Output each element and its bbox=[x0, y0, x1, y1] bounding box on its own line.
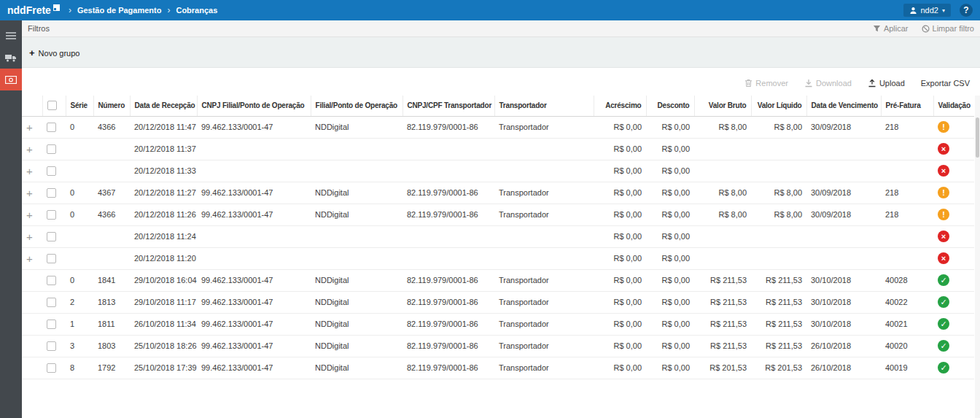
cell-recepcao: 20/12/2018 11:24 bbox=[130, 225, 197, 247]
column-header-desconto[interactable]: Desconto bbox=[646, 96, 694, 116]
cell-serie: 8 bbox=[66, 357, 93, 379]
column-label: Valor Bruto bbox=[709, 101, 747, 109]
row-checkbox[interactable] bbox=[47, 298, 56, 307]
funnel-icon bbox=[873, 25, 881, 33]
breadcrumb-item-cobrancas[interactable]: Cobranças bbox=[176, 6, 217, 15]
column-header-transportador[interactable]: Transportador bbox=[494, 96, 594, 116]
column-header-numero[interactable]: Número bbox=[93, 96, 130, 116]
vertical-scrollbar[interactable] bbox=[975, 96, 980, 418]
row-checkbox[interactable] bbox=[47, 341, 56, 351]
user-menu[interactable]: ndd2 ▾ bbox=[903, 4, 952, 17]
cell-cnpj_transp bbox=[402, 160, 494, 182]
truck-icon bbox=[5, 53, 17, 63]
cell-recepcao: 26/10/2018 11:34 bbox=[130, 313, 197, 335]
table-row[interactable]: 8179225/10/2018 17:3999.462.133/0001-47N… bbox=[22, 357, 974, 379]
cell-filial bbox=[311, 160, 402, 182]
column-header-liquido[interactable]: Valor Líquido bbox=[751, 96, 806, 116]
row-checkbox[interactable] bbox=[47, 188, 56, 198]
column-header-check[interactable] bbox=[42, 96, 66, 116]
expand-row-button[interactable]: + bbox=[26, 165, 33, 177]
sidebar-item-pagamento[interactable] bbox=[0, 69, 22, 90]
table-row[interactable]: +0436620/12/2018 11:2699.462.133/0001-47… bbox=[22, 204, 974, 225]
cell-expand: + bbox=[22, 204, 42, 225]
app-logo[interactable]: nddFrete bbox=[7, 4, 60, 16]
cell-cnpj_filial: 99.462.133/0001-47 bbox=[197, 116, 311, 138]
cell-acrescimo: R$ 0,00 bbox=[594, 160, 646, 182]
column-header-vencimento[interactable]: Data de Vencimento bbox=[806, 96, 881, 116]
expand-row-button[interactable]: + bbox=[26, 209, 33, 221]
table-row[interactable]: +20/12/2018 11:20R$ 0,00R$ 0,00× bbox=[22, 247, 974, 269]
cell-cnpj_filial: 99.462.133/0001-47 bbox=[197, 357, 311, 379]
sidebar-menu-button[interactable] bbox=[0, 25, 22, 47]
cell-validacao: ✓ bbox=[933, 269, 974, 291]
row-checkbox[interactable] bbox=[47, 166, 56, 176]
row-checkbox[interactable] bbox=[47, 144, 56, 154]
column-header-cnpj_transp[interactable]: CNPJ/CPF Transportador bbox=[402, 96, 494, 116]
table-row[interactable]: +0436620/12/2018 11:4799.462.133/0001-47… bbox=[22, 116, 974, 138]
column-header-recepcao[interactable]: Data de Recepção↓ bbox=[130, 96, 197, 116]
column-header-validacao[interactable]: Validação bbox=[933, 96, 974, 116]
upload-button[interactable]: Upload bbox=[868, 79, 905, 88]
table-row[interactable]: 0184129/10/2018 16:0499.462.133/0001-47N… bbox=[22, 269, 974, 291]
cell-check bbox=[42, 313, 66, 335]
column-header-prefatura[interactable]: Pré-Fatura bbox=[881, 96, 933, 116]
apply-filter-button[interactable]: Aplicar bbox=[873, 24, 909, 33]
cell-check bbox=[42, 116, 66, 138]
table-row[interactable]: +20/12/2018 11:33R$ 0,00R$ 0,00× bbox=[22, 160, 974, 182]
expand-row-button[interactable]: + bbox=[26, 252, 33, 265]
table-row[interactable]: 3180325/10/2018 18:2699.462.133/0001-47N… bbox=[22, 335, 974, 357]
topbar-right: ndd2 ▾ ? bbox=[903, 4, 973, 17]
new-group-button[interactable]: + Novo grupo bbox=[29, 49, 79, 58]
row-checkbox[interactable] bbox=[47, 276, 56, 285]
row-checkbox[interactable] bbox=[47, 363, 56, 373]
new-group-label: Novo grupo bbox=[39, 49, 80, 58]
row-checkbox[interactable] bbox=[47, 254, 56, 263]
table-row[interactable]: +0436720/12/2018 11:2799.462.133/0001-47… bbox=[22, 182, 974, 204]
column-header-filial[interactable]: Filial/Ponto de Operação bbox=[311, 96, 402, 116]
column-header-acrescimo[interactable]: Acréscimo bbox=[594, 96, 646, 116]
row-checkbox[interactable] bbox=[47, 320, 56, 329]
row-checkbox[interactable] bbox=[47, 123, 56, 132]
ok-status-icon: ✓ bbox=[938, 318, 949, 330]
breadcrumb-item-gestao-de-pagamento[interactable]: Gestão de Pagamento bbox=[77, 6, 162, 15]
sidebar-item-frete[interactable] bbox=[0, 47, 22, 69]
cell-filial: NDDigital bbox=[311, 269, 402, 291]
cell-numero bbox=[93, 225, 130, 247]
table-row[interactable]: +20/12/2018 11:37R$ 0,00R$ 0,00× bbox=[22, 138, 974, 160]
download-button[interactable]: Download bbox=[804, 79, 852, 88]
cell-validacao: ✓ bbox=[933, 335, 974, 357]
cell-bruto bbox=[694, 138, 751, 160]
remove-button[interactable]: Remover bbox=[744, 79, 788, 88]
table-row[interactable]: 1181126/10/2018 11:3499.462.133/0001-47N… bbox=[22, 313, 974, 335]
cell-prefatura: 40022 bbox=[881, 291, 933, 313]
cell-cnpj_filial bbox=[197, 247, 311, 269]
cell-vencimento: 30/10/2018 bbox=[806, 269, 881, 291]
expand-row-button[interactable]: + bbox=[26, 121, 33, 133]
column-header-serie[interactable]: Série bbox=[66, 96, 93, 116]
cell-numero bbox=[93, 160, 130, 182]
expand-row-button[interactable]: + bbox=[26, 187, 33, 199]
table-row[interactable]: 2181329/10/2018 11:1799.462.133/0001-47N… bbox=[22, 291, 974, 313]
scrollbar-thumb[interactable] bbox=[976, 117, 979, 158]
cell-expand bbox=[22, 357, 42, 379]
column-header-cnpj_filial[interactable]: CNPJ Filial/Ponto de Operação bbox=[197, 96, 311, 116]
cell-cnpj_filial: 99.462.133/0001-47 bbox=[197, 291, 311, 313]
column-header-bruto[interactable]: Valor Bruto bbox=[694, 96, 751, 116]
expand-row-button[interactable]: + bbox=[26, 231, 33, 243]
row-checkbox[interactable] bbox=[47, 232, 56, 241]
clear-filter-button[interactable]: Limpar filtro bbox=[922, 24, 974, 33]
export-csv-button[interactable]: Exportar CSV bbox=[921, 79, 970, 88]
cell-desconto: R$ 0,00 bbox=[646, 269, 694, 291]
cell-cnpj_transp: 82.119.979/0001-86 bbox=[402, 313, 494, 335]
cell-bruto: R$ 211,53 bbox=[694, 291, 751, 313]
column-label: CNPJ Filial/Ponto de Operação bbox=[202, 101, 305, 109]
cell-bruto: R$ 211,53 bbox=[694, 313, 751, 335]
row-checkbox[interactable] bbox=[47, 210, 56, 220]
cell-cnpj_filial: 99.462.133/0001-47 bbox=[197, 269, 311, 291]
expand-row-button[interactable]: + bbox=[26, 143, 33, 155]
help-button[interactable]: ? bbox=[960, 4, 973, 17]
cell-transportador bbox=[494, 247, 594, 269]
select-all-checkbox[interactable] bbox=[47, 101, 57, 110]
table-row[interactable]: +20/12/2018 11:24R$ 0,00R$ 0,00× bbox=[22, 225, 974, 247]
cell-filial: NDDigital bbox=[311, 313, 402, 335]
